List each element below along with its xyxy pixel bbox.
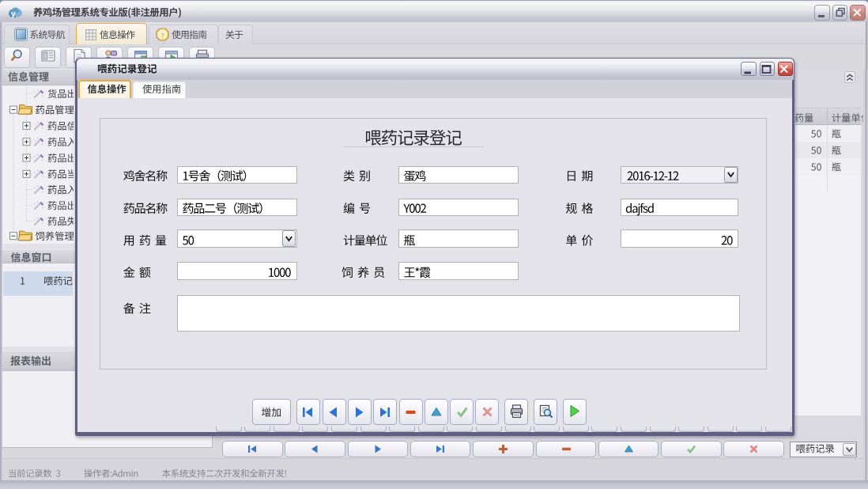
svg-text:?: ? [160,32,164,40]
svg-text:y: y [10,8,15,17]
